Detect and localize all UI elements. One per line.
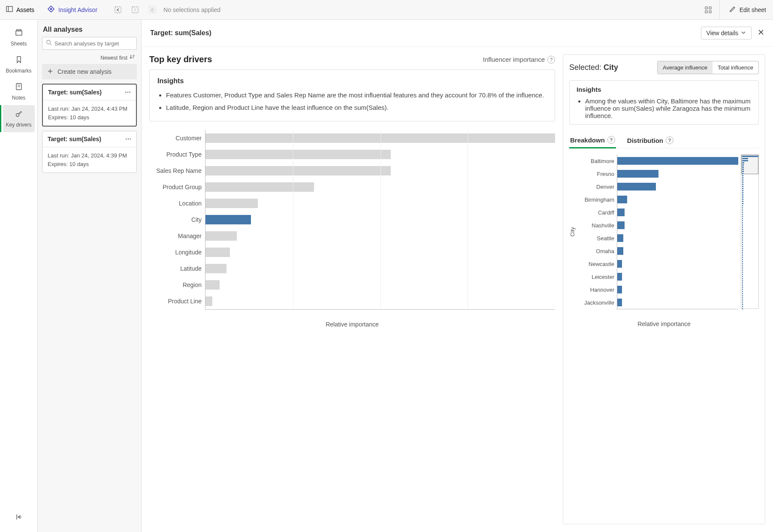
chart-bar[interactable]: [205, 280, 220, 290]
chart-bar[interactable]: [205, 296, 212, 306]
chart-bar[interactable]: [617, 157, 738, 165]
svg-rect-9: [709, 7, 711, 9]
nav-key-drivers-label: Key drivers: [6, 122, 31, 128]
close-button[interactable]: [758, 29, 764, 38]
chart-bar[interactable]: [617, 260, 622, 268]
chart-bar[interactable]: [617, 221, 625, 229]
help-icon[interactable]: ?: [666, 136, 673, 144]
clear-selection-button[interactable]: [144, 0, 161, 19]
chart-bar[interactable]: [205, 231, 237, 241]
svg-rect-11: [709, 11, 711, 13]
chart-category-label: Nashville: [577, 219, 617, 232]
tab-distribution[interactable]: Distribution ?: [626, 133, 674, 148]
analysis-card-title: Target: sum(Sales): [48, 89, 102, 96]
svg-line-7: [151, 9, 153, 11]
svg-rect-10: [705, 11, 707, 13]
help-icon[interactable]: ?: [607, 136, 615, 144]
tab-breakdown[interactable]: Breakdown ?: [569, 133, 616, 148]
content-area: Target: sum(Sales) View details Top key …: [142, 20, 773, 532]
chart-category-label: Latitude: [149, 260, 205, 277]
chart-category-label: Longitude: [149, 244, 205, 260]
breakdown-chart[interactable]: City BaltimoreFresnoDenverBirminghamCard…: [569, 154, 759, 309]
analysis-expires: Expires: 10 days: [48, 113, 131, 122]
nav-key-drivers[interactable]: Key drivers: [3, 105, 35, 132]
chart-category-label: Manager: [149, 228, 205, 244]
create-analysis-label: Create new analysis: [57, 68, 112, 75]
chart-bar[interactable]: [205, 199, 258, 208]
card-menu-button[interactable]: ⋯: [125, 138, 131, 141]
nav-notes[interactable]: Notes: [3, 78, 35, 105]
influence-toggle[interactable]: Average influence Total influence: [657, 61, 759, 74]
svg-rect-3: [115, 7, 121, 13]
chart-bar[interactable]: [617, 234, 623, 242]
svg-point-19: [16, 114, 19, 117]
svg-line-20: [20, 113, 21, 114]
bookmark-icon: [15, 55, 23, 65]
chart-category-label: Hannover: [577, 283, 617, 296]
analyses-panel: All analyses Newest first Create new ana…: [38, 20, 142, 532]
chart-bar[interactable]: [617, 170, 658, 178]
analysis-card[interactable]: Target: sum(Sales) ⋯ Last run: Jan 24, 2…: [42, 131, 137, 173]
nav-sheets[interactable]: Sheets: [3, 24, 35, 51]
chart-bar[interactable]: [205, 166, 391, 175]
chart-bar[interactable]: [617, 286, 622, 293]
sheets-icon: [15, 28, 23, 38]
chart-category-label: Seattle: [577, 232, 617, 245]
chart-category-label: Region: [149, 277, 205, 293]
chart1-xlabel: Relative importance: [149, 321, 555, 328]
insight-item: Latitude, Region and Product Line have t…: [166, 103, 547, 112]
chart-category-label: Jacksonville: [577, 296, 617, 309]
chart-bar[interactable]: [205, 248, 230, 257]
insights-box: Insights Features Customer, Product Type…: [149, 70, 555, 121]
grid-view-button[interactable]: [700, 0, 717, 19]
svg-point-2: [50, 8, 52, 10]
selection-forward-button[interactable]: [127, 0, 144, 19]
nav-notes-label: Notes: [12, 95, 25, 101]
chart-bar[interactable]: [617, 273, 622, 281]
chart-bar[interactable]: [617, 299, 622, 306]
sort-dropdown[interactable]: Newest first: [38, 50, 141, 64]
chart-bar[interactable]: [205, 264, 226, 273]
chart-minimap[interactable]: [741, 154, 759, 309]
chart-bar[interactable]: [617, 183, 656, 190]
edit-sheet-button[interactable]: Edit sheet: [722, 6, 773, 14]
chart-bar[interactable]: [617, 247, 623, 255]
analysis-card[interactable]: Target: sum(Sales) ⋯ Last run: Jan 24, 2…: [42, 84, 137, 127]
toggle-total[interactable]: Total influence: [713, 61, 758, 74]
toggle-average[interactable]: Average influence: [658, 61, 713, 74]
chart-bar[interactable]: [205, 182, 314, 192]
analysis-expires: Expires: 10 days: [48, 160, 131, 169]
left-nav: Sheets Bookmarks Notes Key drivers: [0, 20, 38, 532]
insight-advisor-button[interactable]: Insight Advisor: [41, 0, 103, 19]
key-drivers-chart[interactable]: CustomerProduct TypeSales Rep NameProduc…: [149, 130, 555, 309]
search-analyses-input[interactable]: [42, 37, 137, 50]
insight-item: Features Customer, Product Type and Sale…: [166, 90, 547, 100]
chart-bar[interactable]: [617, 209, 625, 216]
nav-bookmarks[interactable]: Bookmarks: [3, 51, 35, 78]
svg-point-23: [47, 40, 51, 44]
chart-bar[interactable]: [205, 150, 391, 159]
top-toolbar: Assets Insight Advisor No selections app…: [0, 0, 773, 20]
chart-bar[interactable]: [617, 196, 627, 203]
selection-back-button[interactable]: [109, 0, 127, 19]
chart-category-label: Newcastle: [577, 257, 617, 270]
card-menu-button[interactable]: ⋯: [125, 91, 131, 94]
chart-category-label: Product Group: [149, 179, 205, 195]
svg-rect-4: [132, 7, 138, 13]
svg-rect-12: [16, 31, 22, 35]
collapse-nav-button[interactable]: [3, 508, 35, 527]
chart-bar[interactable]: [205, 215, 251, 224]
chart-category-label: Birmingham: [577, 193, 617, 206]
panel-icon: [6, 6, 13, 14]
help-icon[interactable]: ?: [547, 56, 555, 63]
eye-diamond-icon: [47, 5, 55, 14]
plus-icon: [47, 68, 53, 76]
search-analyses-field[interactable]: [54, 40, 133, 47]
view-details-button[interactable]: View details: [701, 27, 752, 39]
create-analysis-button[interactable]: Create new analysis: [42, 64, 137, 79]
notes-icon: [15, 82, 23, 92]
nav-sheets-label: Sheets: [11, 41, 27, 47]
svg-rect-8: [705, 7, 707, 9]
edit-sheet-label: Edit sheet: [740, 6, 766, 13]
assets-button[interactable]: Assets: [0, 0, 40, 19]
